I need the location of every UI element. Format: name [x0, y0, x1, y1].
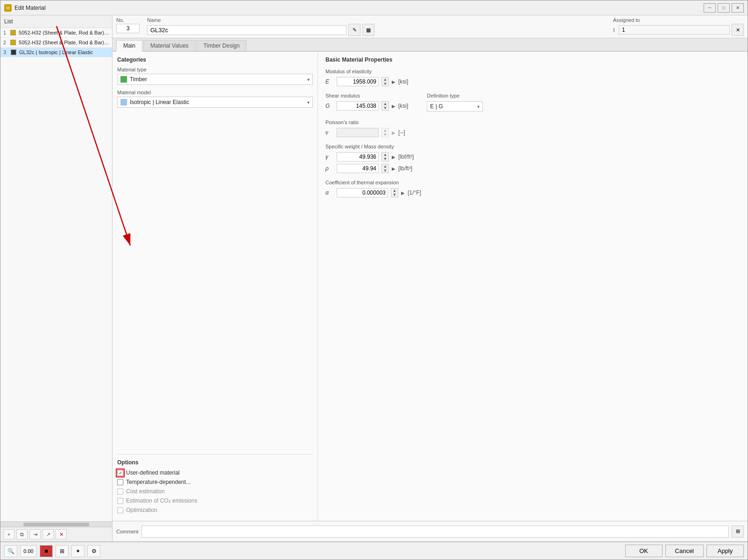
rho-arrow[interactable]: ▶ [392, 166, 395, 171]
chevron-down-icon: ▾ [307, 100, 310, 105]
poisson-spinner: ▲ ▼ [381, 128, 389, 137]
alpha-arrow[interactable]: ▶ [401, 190, 405, 196]
gamma-down[interactable]: ▼ [382, 157, 388, 161]
copy-material-button[interactable]: ⧉ [16, 529, 28, 539]
maximize-button[interactable]: □ [718, 3, 730, 13]
rho-up[interactable]: ▲ [382, 164, 388, 168]
co2-checkbox[interactable] [117, 498, 123, 504]
gamma-spinner[interactable]: ▲ ▼ [381, 152, 389, 161]
edit-name-button[interactable]: ✎ [348, 24, 360, 36]
assigned-input[interactable] [619, 25, 730, 35]
settings-button[interactable]: ⚙ [87, 545, 100, 557]
grid-button[interactable]: ⊞ [56, 545, 69, 557]
poisson-input[interactable] [337, 128, 379, 137]
user-defined-label[interactable]: User-defined material [126, 469, 180, 476]
cancel-button[interactable]: Cancel [665, 545, 704, 557]
modulus-arrow[interactable]: ▶ [392, 79, 395, 84]
star-button[interactable]: ✦ [71, 545, 85, 557]
shear-input[interactable] [337, 101, 379, 111]
temperature-checkbox[interactable] [117, 479, 123, 485]
tab-timber-design[interactable]: Timber Design [197, 40, 247, 51]
rho-symbol: ρ [325, 165, 334, 172]
modulus-down[interactable]: ▼ [382, 82, 388, 86]
temperature-label[interactable]: Temperature-dependent... [126, 479, 191, 485]
shear-label: Shear modulus [325, 93, 408, 98]
cost-checkbox[interactable] [117, 489, 123, 495]
material-header: No. Name ✎ ▦ Assigned to Ⅰ [113, 15, 748, 38]
list-item[interactable]: 1 5052-H32 (Sheet & Plate, Rod & Bar) | … [0, 28, 112, 38]
name-input[interactable] [147, 25, 346, 35]
import-button[interactable]: ⇥ [29, 529, 41, 539]
list-item[interactable]: 2 5052-H32 (Sheet & Plate, Rod & Bar) | … [0, 38, 112, 48]
shear-group: Shear modulus G ▲ ▼ ▶ [ksi] [325, 93, 740, 113]
comment-expand-button[interactable]: ⊞ [732, 525, 744, 538]
shear-up[interactable]: ▲ [382, 102, 388, 106]
gamma-input[interactable] [337, 152, 379, 161]
properties-title: Basic Material Properties [325, 56, 740, 63]
no-input[interactable] [116, 24, 140, 33]
modulus-spinner[interactable]: ▲ ▼ [381, 77, 389, 86]
rho-spinner[interactable]: ▲ ▼ [381, 164, 389, 173]
assigned-label: Assigned to [613, 17, 744, 23]
item-color-swatch [10, 30, 16, 35]
material-list: 1 5052-H32 (Sheet & Plate, Rod & Bar) | … [0, 28, 112, 521]
material-model-dropdown[interactable]: Isotropic | Linear Elastic ▾ [117, 97, 313, 108]
list-toolbar: + ⧉ ⇥ ↗ ✕ [0, 527, 112, 541]
close-button[interactable]: ✕ [732, 3, 744, 13]
list-item-active[interactable]: 3 GL32c | Isotropic | Linear Elastic [0, 48, 112, 57]
delete-material-button[interactable]: ✕ [56, 529, 67, 539]
modulus-label: Modulus of elasticity [325, 69, 740, 74]
alpha-unit: [1/°F] [408, 189, 421, 196]
shear-down[interactable]: ▼ [382, 106, 388, 110]
add-material-button[interactable]: + [3, 529, 14, 539]
apply-button[interactable]: Apply [706, 545, 744, 557]
modulus-input[interactable] [337, 77, 379, 86]
gamma-arrow[interactable]: ▶ [392, 154, 395, 160]
definition-type-value: E | G [430, 103, 443, 110]
assigned-icon: Ⅰ [613, 27, 615, 34]
rho-down[interactable]: ▼ [382, 168, 388, 173]
comment-label: Comment [116, 529, 139, 534]
alpha-up[interactable]: ▲ [391, 189, 398, 193]
assigned-clear-button[interactable]: ✕ [732, 24, 744, 36]
options-title: Options [117, 459, 313, 466]
chart-button[interactable]: ▦ [362, 24, 374, 36]
user-defined-checkbox[interactable] [117, 470, 123, 476]
poisson-down: ▼ [382, 133, 388, 137]
material-type-label: Material type [117, 67, 313, 72]
no-field: No. [116, 17, 140, 36]
poisson-row: ν ▲ ▼ ▶ [--] [325, 128, 740, 137]
alpha-spinner[interactable]: ▲ ▼ [391, 188, 398, 197]
categories-title: Categories [117, 56, 313, 63]
option-cost: Cost estimation [117, 488, 313, 495]
rho-input[interactable] [337, 164, 379, 173]
shear-arrow[interactable]: ▶ [392, 104, 395, 109]
minimize-button[interactable]: ─ [704, 3, 716, 13]
comment-input[interactable] [141, 525, 729, 538]
gamma-up[interactable]: ▲ [382, 153, 388, 157]
alpha-input[interactable] [337, 188, 388, 197]
modulus-symbol: E [325, 78, 334, 85]
shear-spinner[interactable]: ▲ ▼ [381, 101, 389, 111]
tab-main[interactable]: Main [116, 40, 142, 52]
title-bar: M Edit Material ─ □ ✕ [0, 0, 748, 15]
poisson-unit: [--] [398, 129, 405, 136]
shear-unit: [ksi] [398, 103, 408, 109]
optimization-checkbox[interactable] [117, 507, 123, 513]
search-icon-button[interactable]: 🔍 [4, 545, 17, 557]
number-format-button[interactable]: 0.00 [20, 545, 37, 557]
export-button[interactable]: ↗ [42, 529, 54, 539]
list-scrollbar[interactable] [0, 521, 112, 527]
tab-material-values[interactable]: Material Values [143, 40, 196, 51]
alpha-down[interactable]: ▼ [391, 193, 398, 197]
modulus-unit: [ksi] [398, 78, 408, 85]
definition-type-dropdown[interactable]: E | G ▾ [427, 101, 483, 112]
name-label: Name [147, 17, 374, 23]
material-color-button[interactable]: ■ [40, 545, 53, 557]
modulus-up[interactable]: ▲ [382, 77, 388, 82]
poisson-group: Poisson's ratio ν ▲ ▼ ▶ [--] [325, 119, 740, 137]
material-model-value: Isotropic | Linear Elastic [130, 99, 189, 105]
material-model-color [120, 99, 127, 105]
ok-button[interactable]: OK [625, 545, 663, 557]
material-type-dropdown[interactable]: Timber ▾ [117, 74, 313, 85]
